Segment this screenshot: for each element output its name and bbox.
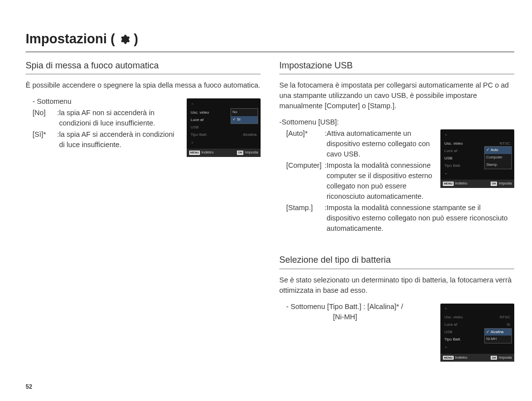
section-af-intro: È possibile accendere o spegnere la spia…	[26, 80, 261, 91]
back-button-label: MENUIndietro	[189, 150, 214, 155]
usb-option-computer: [Computer] : Imposta la modalità conness…	[286, 160, 433, 202]
popup-option: Ni-MH	[485, 336, 511, 343]
section-af-lamp: Spia di messa a fuoco automatica È possi…	[26, 59, 261, 157]
battery-submenu-line1: - Sottomenu [Tipo Batt.] : [Alcalina]* /	[286, 302, 433, 312]
af-screenshot: ⌃ Usc. videoNTSC Luce afNo USB Tipo Batt…	[187, 98, 261, 157]
popup-option-selected: ✓Sì	[231, 116, 258, 123]
section-usb-heading: Impostazione USB	[279, 59, 514, 74]
page-title-close: )	[134, 30, 138, 49]
chevron-down-icon: ⌄	[444, 344, 448, 350]
usb-options: [Auto]* : Attiva automaticamente un disp…	[286, 127, 433, 202]
af-option-no-key: [No]	[33, 108, 57, 118]
usb-option-auto: [Auto]* : Attiva automaticamente un disp…	[286, 128, 433, 159]
battery-screenshot: ⌃ Usc. videoNTSC Luce afSì USBAuto Tipo …	[440, 304, 514, 362]
section-af-heading: Spia di messa a fuoco automatica	[26, 59, 261, 74]
battery-submenu-line2: [Ni-MH]	[286, 312, 433, 322]
gear-icon	[119, 34, 130, 45]
popup-option: Computer	[485, 154, 511, 161]
section-usb-intro: Se la fotocamera è impostata per collega…	[279, 80, 514, 111]
chevron-down-icon: ⌄	[444, 170, 448, 176]
page-title: Impostazioni ( )	[26, 30, 514, 52]
af-option-si-val: la spia AF si accenderà in condizioni di…	[59, 129, 180, 150]
af-option-si: [Sì]* : la spia AF si accenderà in condi…	[33, 129, 180, 150]
check-icon: ✓	[233, 117, 236, 123]
content-columns: Spia di messa a fuoco automatica È possi…	[26, 59, 514, 381]
ok-button-label: OKImposta	[491, 355, 512, 361]
right-column: Impostazione USB Se la fotocamera è impo…	[279, 59, 514, 381]
section-battery-heading: Selezione del tipo di batteria	[279, 253, 514, 269]
chevron-up-icon: ⌃	[191, 102, 194, 108]
af-submenu-label: - Sottomenu	[33, 96, 180, 107]
af-options: - Sottomenu [No] : la spia AF non si acc…	[26, 96, 180, 150]
popup-option-selected: ✓Auto	[485, 147, 511, 154]
af-option-no-val: la spia AF non si accenderà in condizion…	[59, 108, 180, 128]
battery-options: - Sottomenu [Tipo Batt.] : [Alcalina]* /…	[286, 302, 433, 322]
chevron-up-icon: ⌃	[444, 133, 448, 139]
popup-option: Stamp.	[485, 161, 511, 169]
back-button-label: MENUIndietro	[443, 181, 467, 186]
check-icon: ✓	[486, 330, 490, 335]
section-battery-intro: Se è stato selezionato un determinato ti…	[279, 275, 514, 296]
section-battery: Selezione del tipo di batteria Se è stat…	[279, 253, 514, 362]
usb-option-stamp: [Stamp.] : Imposta la modalità connessio…	[286, 203, 514, 234]
usb-screenshot: ⌃ Usc. videoNTSC Luce afSì USB Tipo Batt…	[440, 129, 514, 188]
back-button-label: MENUIndietro	[443, 355, 467, 361]
chevron-down-icon: ⌄	[191, 139, 194, 145]
section-usb: Impostazione USB Se la fotocamera è impo…	[279, 59, 514, 234]
page-number: 52	[26, 383, 32, 391]
usb-submenu-label: -Sottomenu [USB]:	[279, 117, 514, 127]
af-option-no: [No] : la spia AF non si accenderà in co…	[33, 108, 180, 128]
popup-option: No	[231, 109, 258, 116]
af-option-si-key: [Sì]*	[33, 129, 57, 140]
left-column: Spia di messa a fuoco automatica È possi…	[26, 59, 261, 177]
popup-option-selected: ✓Alcalina	[485, 329, 511, 336]
check-icon: ✓	[486, 148, 490, 153]
ok-button-label: OKImposta	[237, 150, 258, 155]
page-title-text: Impostazioni (	[26, 30, 115, 49]
chevron-up-icon: ⌃	[444, 307, 448, 313]
ok-button-label: OKImposta	[491, 181, 512, 186]
